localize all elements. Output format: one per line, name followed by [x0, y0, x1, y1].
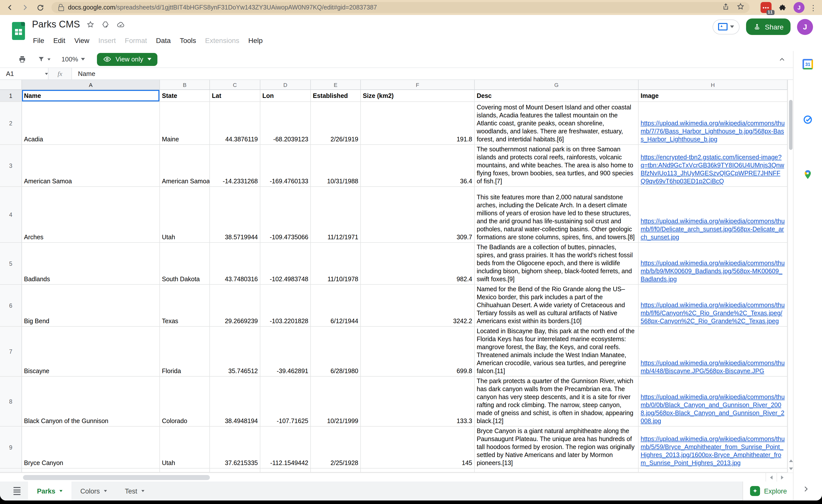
cell-size[interactable]: 309.7	[361, 187, 475, 243]
header-cell-state[interactable]: State	[160, 90, 210, 102]
cell-lon[interactable]: -68.2039123	[260, 102, 311, 145]
grid-corner[interactable]	[0, 80, 22, 90]
header-cell-lat[interactable]: Lat	[210, 90, 260, 102]
menu-view[interactable]: View	[70, 35, 94, 46]
cell-image[interactable]: https://upload.wikimedia.org/wikipedia/c…	[639, 102, 788, 145]
cell-size[interactable]: 191.8	[361, 102, 475, 145]
cell-desc[interactable]: The park protects a quarter of the Gunni…	[475, 377, 639, 427]
name-box[interactable]: A1	[0, 70, 48, 77]
cell-established[interactable]: 11/12/1971	[311, 187, 361, 243]
cell[interactable]	[475, 469, 639, 473]
scroll-down-icon[interactable]	[788, 465, 794, 473]
zoom-chevron-icon[interactable]	[81, 58, 85, 60]
row-header-partial[interactable]	[0, 469, 22, 473]
cell-state[interactable]: Florida	[160, 327, 210, 377]
zoom-level[interactable]: 100%	[61, 55, 78, 63]
explore-button[interactable]: ✦ Explore	[743, 482, 793, 501]
reload-icon[interactable]	[35, 2, 45, 12]
cell-image[interactable]: https://upload.wikimedia.org/wikipedia/c…	[639, 285, 788, 327]
cell-state[interactable]: Utah	[160, 427, 210, 469]
cell-state[interactable]: Texas	[160, 285, 210, 327]
row-header-6[interactable]: 6	[0, 285, 22, 327]
header-cell-established[interactable]: Established	[311, 90, 361, 102]
cell-size[interactable]: 145	[361, 427, 475, 469]
cell-size[interactable]: 982.4	[361, 243, 475, 285]
row-header-1[interactable]: 1	[0, 90, 22, 102]
cell-name[interactable]: Black Canyon of the Gunnison	[22, 377, 160, 427]
cell[interactable]	[22, 469, 160, 473]
cell-image[interactable]: https://encrypted-tbn2.gstatic.com/licen…	[639, 145, 788, 187]
header-cell-lon[interactable]: Lon	[260, 90, 311, 102]
browser-menu-icon[interactable]: ⋮	[810, 4, 817, 11]
cell-desc[interactable]: Covering most of Mount Desert Island and…	[475, 102, 639, 145]
forward-icon[interactable]	[20, 2, 30, 12]
scroll-up-icon[interactable]	[788, 457, 794, 465]
image-link[interactable]: https://upload.wikimedia.org/wikipedia/c…	[641, 119, 785, 143]
cell-size[interactable]: 699.8	[361, 327, 475, 377]
cell-image[interactable]: https://upload.wikimedia.org/wikipedia/c…	[639, 427, 788, 469]
cell-lat[interactable]: -14.2331268	[210, 145, 260, 187]
bookmark-star-icon[interactable]	[737, 2, 745, 12]
cell-established[interactable]: 10/21/1999	[311, 377, 361, 427]
cell-established[interactable]: 6/28/1980	[311, 327, 361, 377]
cell-lon[interactable]: -102.4983748	[260, 243, 311, 285]
cell-lat[interactable]: 35.746512	[210, 327, 260, 377]
cell-size[interactable]: 36.4	[361, 145, 475, 187]
row-header-7[interactable]: 7	[0, 327, 22, 377]
cell-name[interactable]: Bryce Canyon	[22, 427, 160, 469]
extensions-puzzle-icon[interactable]	[778, 2, 788, 12]
cell-lon[interactable]: -39.462891	[260, 327, 311, 377]
filter-icon[interactable]	[37, 55, 50, 63]
column-header-d[interactable]: D	[260, 80, 311, 90]
cell-lat[interactable]: 37.6215335	[210, 427, 260, 469]
sheets-logo-icon[interactable]	[12, 22, 25, 40]
cell[interactable]	[639, 469, 788, 473]
column-header-h[interactable]: H	[639, 80, 788, 90]
cell-desc[interactable]: Named for the Bend of the Rio Grande alo…	[475, 285, 639, 327]
cell-name[interactable]: Acadia	[22, 102, 160, 145]
cell-established[interactable]: 6/12/1944	[311, 285, 361, 327]
back-icon[interactable]	[5, 2, 15, 12]
cell-image[interactable]: https://upload.wikimedia.org/wikipedia/c…	[639, 187, 788, 243]
row-header-2[interactable]: 2	[0, 102, 22, 145]
cell-name[interactable]: American Samoa	[22, 145, 160, 187]
cell-name[interactable]: Biscayne	[22, 327, 160, 377]
sheet-tab-parks[interactable]: Parks	[28, 482, 71, 501]
image-link[interactable]: https://upload.wikimedia.org/wikipedia/c…	[641, 259, 785, 283]
cell-lon[interactable]: -112.1549442	[260, 427, 311, 469]
cell-name[interactable]: Big Bend	[22, 285, 160, 327]
cell-desc[interactable]: The Badlands are a collection of buttes,…	[475, 243, 639, 285]
column-header-g[interactable]: G	[475, 80, 639, 90]
cell-state[interactable]: South Dakota	[160, 243, 210, 285]
password-extension-icon[interactable]: •••11	[761, 2, 772, 13]
menu-format[interactable]: Format	[120, 35, 152, 46]
present-button[interactable]	[712, 19, 739, 34]
image-link[interactable]: https://upload.wikimedia.org/wikipedia/c…	[641, 393, 785, 425]
column-header-f[interactable]: F	[361, 80, 475, 90]
cell-established[interactable]: 11/10/1978	[311, 243, 361, 285]
cell-lat[interactable]: 43.7480316	[210, 243, 260, 285]
formula-input[interactable]: Name	[72, 70, 95, 77]
cell[interactable]	[361, 469, 475, 473]
cell-established[interactable]: 2/25/1928	[311, 427, 361, 469]
google-maps-icon[interactable]	[803, 169, 813, 180]
image-link[interactable]: https://upload.wikimedia.org/wikipedia/c…	[641, 217, 785, 241]
cell-state[interactable]: Maine	[160, 102, 210, 145]
all-sheets-icon[interactable]	[6, 482, 28, 501]
google-calendar-icon[interactable]: 31	[803, 59, 813, 69]
menu-file[interactable]: File	[28, 35, 49, 46]
cell-state[interactable]: Utah	[160, 187, 210, 243]
cell-lat[interactable]: 38.4948194	[210, 377, 260, 427]
url-bar[interactable]: docs.google.com/spreadsheets/d/1gjttBIT4…	[51, 2, 750, 13]
cell-lon[interactable]: -109.4735066	[260, 187, 311, 243]
cell-established[interactable]: 2/26/1919	[311, 102, 361, 145]
cell-size[interactable]: 133.3	[361, 377, 475, 427]
menu-tools[interactable]: Tools	[175, 35, 200, 46]
cell-lat[interactable]: 44.3876119	[210, 102, 260, 145]
image-link[interactable]: https://upload.wikimedia.org/wikipedia/c…	[641, 435, 785, 467]
scroll-left-icon[interactable]	[766, 473, 777, 482]
collapse-toolbar-icon[interactable]	[778, 55, 786, 63]
cell[interactable]	[210, 469, 260, 473]
vertical-scrollbar[interactable]	[788, 80, 793, 473]
cell-image[interactable]: https://upload.wikimedia.org/wikipedia/c…	[639, 243, 788, 285]
